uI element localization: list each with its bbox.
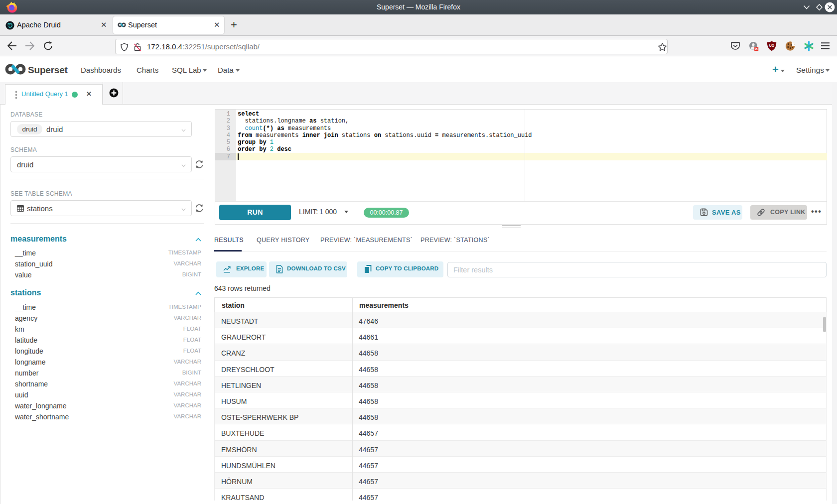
svg-text:UO: UO [769,44,775,47]
